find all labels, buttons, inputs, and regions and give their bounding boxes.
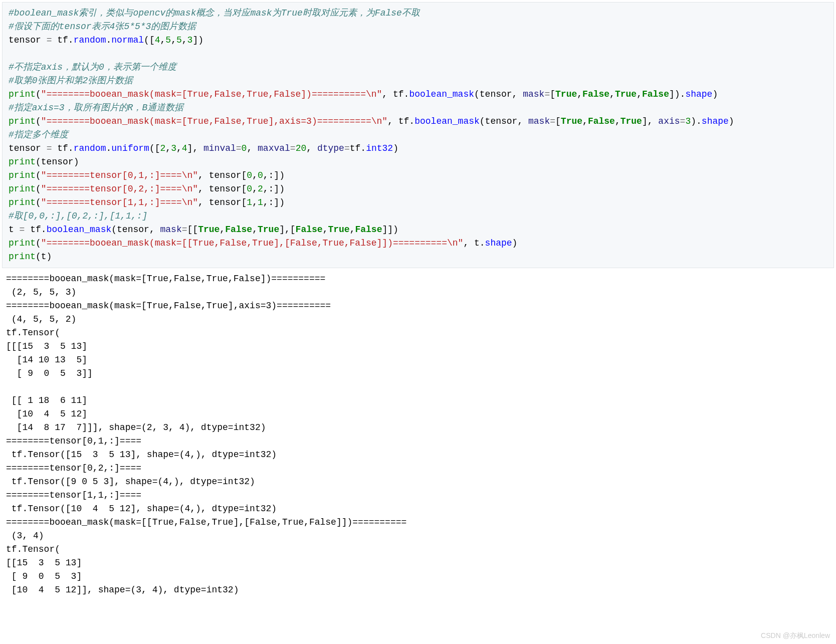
comment-line: #指定axis=3，取所有图片的R，B通道数据 xyxy=(9,103,183,113)
output-line: ========tensor[1,1,:]==== xyxy=(6,490,141,500)
output-line: [[[15 3 5 13] xyxy=(6,341,87,351)
comment-line: #不指定axis，默认为0，表示第一个维度 xyxy=(9,62,176,72)
output-line: [[ 1 18 6 11] xyxy=(6,395,87,405)
output-line: (2, 5, 5, 3) xyxy=(6,287,76,297)
output-line: ========booean_mask(mask=[True,False,Tru… xyxy=(6,301,331,311)
output-line: [ 9 0 5 3] xyxy=(6,571,82,581)
output-cell: ========booean_mask(mask=[True,False,Tru… xyxy=(0,270,836,599)
output-line: [ 9 0 5 3]] xyxy=(6,368,93,378)
output-line: (4, 5, 5, 2) xyxy=(6,314,76,324)
output-line: [10 4 5 12] xyxy=(6,409,87,419)
output-line: [10 4 5 12]], shape=(3, 4), dtype=int32) xyxy=(6,585,239,595)
output-line: tf.Tensor([15 3 5 13], shape=(4,), dtype… xyxy=(6,450,277,460)
output-line: [[15 3 5 13] xyxy=(6,558,82,568)
output-line: [14 10 13 5] xyxy=(6,355,87,365)
output-line: tf.Tensor([10 4 5 12], shape=(4,), dtype… xyxy=(6,504,277,514)
comment-line: #假设下面的tensor表示4张5*5*3的图片数据 xyxy=(9,22,196,32)
output-line: ========booean_mask(mask=[True,False,Tru… xyxy=(6,274,325,284)
output-line: tf.Tensor( xyxy=(6,544,60,554)
comment-line: #取[0,0,:],[0,2,:],[1,1,:] xyxy=(9,211,147,221)
comment-line: #boolean_mask索引，类似与opencv的mask概念，当对应mask… xyxy=(9,8,420,18)
comment-line: #指定多个维度 xyxy=(9,130,68,140)
output-line: (3, 4) xyxy=(6,531,44,541)
output-line: tf.Tensor([9 0 5 3], shape=(4,), dtype=i… xyxy=(6,477,255,487)
output-line: tf.Tensor( xyxy=(6,328,60,338)
output-line: ========tensor[0,2,:]==== xyxy=(6,463,141,473)
comment-line: #取第0张图片和第2张图片数据 xyxy=(9,76,133,86)
code-cell: #boolean_mask索引，类似与opencv的mask概念，当对应mask… xyxy=(2,2,834,268)
output-line: ========tensor[0,1,:]==== xyxy=(6,436,141,446)
output-line: ========booean_mask(mask=[[True,False,Tr… xyxy=(6,517,406,527)
output-line: [14 8 17 7]]], shape=(2, 3, 4), dtype=in… xyxy=(6,422,266,433)
